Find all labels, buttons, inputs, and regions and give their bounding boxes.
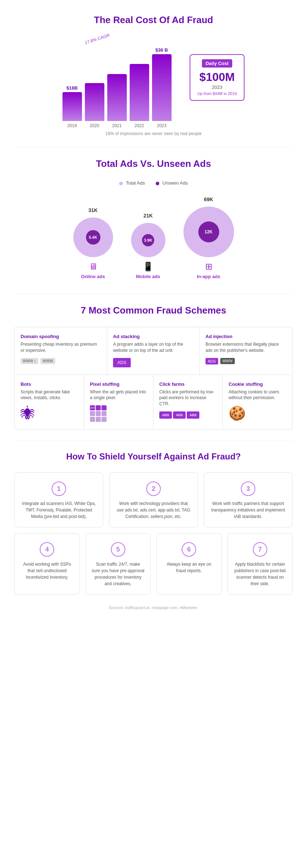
- daily-cost-year: 2023: [198, 85, 237, 90]
- shield-card-5: 5 Scan traffic 24/7, make sure you have …: [86, 533, 151, 595]
- www-icon-1: WWW ☆: [21, 358, 38, 364]
- fraud-card-click-farms: Click farms Clicks are performed by low-…: [154, 375, 223, 429]
- ads-grid-icon: ADS: [90, 405, 147, 422]
- shield-grid-top: 1 Integrate ad scanners IAS, White Ops, …: [14, 472, 293, 527]
- bar-4: [152, 54, 172, 121]
- fraud-card-bots: Bots Scripts that generate fake views, i…: [15, 375, 84, 429]
- bar-label-1: [94, 76, 95, 82]
- online-circle-outer: 5.4K: [73, 217, 113, 257]
- sources-text: Sources: trafficguard.ai, instapage.com,…: [14, 605, 293, 610]
- shield-number-5: 5: [111, 542, 125, 557]
- fraud-title-0: Domain spoofing: [21, 334, 101, 339]
- shield-card-1: 1 Integrate ad scanners IAS, White Ops, …: [14, 472, 103, 527]
- fraud-title-pixel: Pixel stuffing: [90, 381, 147, 387]
- bar-3: [130, 64, 149, 121]
- inapp-ads-item: 69K 12K ⊞ In-app ads: [183, 197, 234, 279]
- bar-year-1: 2020: [90, 123, 99, 128]
- fraud-card-pixel-stuffing: Pixel stuffing When the ad gets placed i…: [84, 375, 154, 429]
- daily-cost-amount: $100M: [198, 70, 237, 84]
- shield-card-4: 4 Avoid working with SSPs that sell undi…: [14, 533, 80, 595]
- www-icon-2: WWW: [40, 358, 55, 364]
- daily-cost-note: Up from $44M in 2019: [198, 91, 237, 96]
- ads-icon-stack: ADS: [113, 358, 131, 367]
- desktop-icon: 🖥: [89, 262, 98, 272]
- shield-number-2: 2: [146, 481, 161, 496]
- fraud-title-cookie: Cookie stuffing: [229, 381, 286, 387]
- shield-number-7: 7: [253, 542, 267, 557]
- shield-grid-bottom: 4 Avoid working with SSPs that sell undi…: [14, 533, 293, 595]
- click-farm-icons: ADS ADS ADS: [159, 411, 217, 419]
- fraud-desc-1: A program adds a layer on top of the web…: [113, 341, 194, 354]
- ads-title: Total Ads Vs. Unseen Ads: [22, 158, 285, 169]
- legend-unseen: Unseen Ads: [156, 180, 188, 186]
- shield-number-1: 1: [52, 481, 66, 496]
- fraud-title-2: Ad injection: [206, 334, 286, 339]
- shield-text-1: Integrate ad scanners IAS, White Ops, TM…: [21, 500, 97, 520]
- cookie-icon: 🍪: [229, 405, 286, 421]
- chart-footer-note: 18% of impressions are never seen by rea…: [22, 131, 285, 136]
- inapp-total-label: 69K: [204, 197, 213, 202]
- shield-card-2: 2 Work with technology providers that us…: [109, 472, 198, 527]
- fraud-card-cookie-stuffing: Cookie stuffing Attaching cookies to use…: [223, 375, 292, 429]
- bar-2: [107, 74, 127, 121]
- bar-year-3: 2022: [134, 123, 144, 128]
- shield-number-4: 4: [40, 542, 54, 557]
- daily-cost-box: Daily Cost $100M 2023 Up from $44M in 20…: [190, 54, 245, 101]
- shield-text-4: Avoid working with SSPs that sell undisc…: [21, 561, 74, 580]
- section-fraud-cost: The Real Cost Of Ad Fraud 17.8% CAGR $18…: [0, 0, 307, 147]
- fraud-icon-2: ADS WWW: [206, 358, 286, 364]
- shield-title: How To Shield Yourself Against Ad Fraud?: [14, 452, 293, 462]
- bar-year-4: 2023: [157, 123, 167, 128]
- bar-year-2: 2021: [112, 123, 122, 128]
- ads-inject-icon: ADS: [206, 358, 218, 364]
- fraud-card-ad-injection: Ad injection Browser extensions that ill…: [200, 327, 292, 375]
- mobile-total-label: 21K: [143, 213, 153, 219]
- bug-icon: 🕷: [21, 405, 78, 422]
- shield-number-3: 3: [241, 481, 255, 496]
- shield-number-6: 6: [182, 542, 196, 557]
- ads-legend: Total Ads Unseen Ads: [22, 180, 285, 186]
- fraud-grid-top: Domain spoofing Presenting cheap invento…: [14, 327, 293, 375]
- bar-label-2: [116, 67, 118, 73]
- fraud-desc-2: Browser extensions that illegally place …: [206, 341, 286, 354]
- inapp-type-label: In-app ads: [197, 274, 220, 279]
- section-fraud: 7 Most Common Fraud Schemes Domain spoof…: [0, 294, 307, 440]
- shield-text-7: Apply blacklists for certain publishers …: [234, 561, 287, 587]
- fraud-card-domain-spoofing: Domain spoofing Presenting cheap invento…: [15, 327, 107, 375]
- fraud-desc-cookie: Attaching cookies to users without their…: [229, 389, 286, 401]
- mobile-type-label: Mobile ads: [136, 274, 160, 279]
- www-inject-icon: WWW: [220, 358, 235, 364]
- fraud-title-bots: Bots: [21, 381, 78, 387]
- fraud-desc-bots: Scripts that generate fake views, instal…: [21, 389, 78, 401]
- mobile-circle-inner: 3.9K: [142, 234, 154, 246]
- shield-card-7: 7 Apply blacklists for certain publisher…: [228, 533, 293, 595]
- bar-label-3: [139, 57, 140, 62]
- section-ads: Total Ads Vs. Unseen Ads Total Ads Unsee…: [0, 147, 307, 294]
- legend-dot-unseen: [156, 182, 159, 185]
- ads-circles-row: 31K 5.4K 🖥 Online ads 21K 3.9K 📱 Mobile …: [22, 193, 285, 283]
- bar-year-0: 2019: [67, 123, 77, 128]
- fraud-icon-0: WWW ☆ WWW: [21, 358, 101, 364]
- mobile-ads-item: 21K 3.9K 📱 Mobile ads: [131, 213, 165, 279]
- daily-cost-header: Daily Cost: [202, 59, 232, 68]
- shield-card-6: 6 Always keep an eye on fraud reports.: [156, 533, 222, 595]
- section-shield: How To Shield Yourself Against Ad Fraud?…: [0, 441, 307, 617]
- mobile-icon: 📱: [143, 262, 154, 272]
- shield-text-2: Work with technology providers that use …: [115, 500, 192, 520]
- inapp-circle-outer: 12K: [183, 207, 234, 257]
- inapp-circle-inner: 12K: [198, 221, 219, 242]
- fraud-title-click: Click farms: [159, 381, 217, 387]
- online-type-label: Online ads: [81, 274, 105, 279]
- bar-label-4: $36 B: [155, 47, 168, 53]
- legend-total: Total Ads: [119, 180, 145, 186]
- online-total-label: 31K: [88, 207, 98, 213]
- fraud-cost-title: The Real Cost Of Ad Fraud: [22, 14, 285, 26]
- bar-0: [62, 92, 82, 121]
- online-circle-inner: 5.4K: [86, 230, 100, 245]
- mobile-circle-outer: 3.9K: [131, 223, 165, 257]
- legend-dot-total: [119, 182, 123, 185]
- bar-1: [85, 83, 104, 121]
- fraud-icon-1: ADS: [113, 358, 194, 367]
- fraud-desc-0: Presenting cheap inventory as premium or…: [21, 341, 101, 354]
- bar-label-0: $18B: [66, 85, 78, 91]
